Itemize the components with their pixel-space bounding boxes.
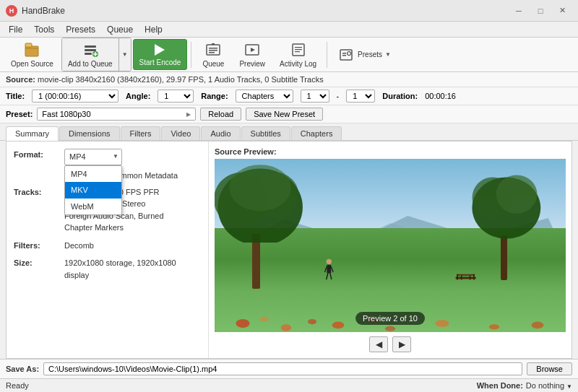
svg-rect-19 — [342, 55, 346, 56]
presets-label: Presets — [358, 51, 382, 58]
tab-subtitles[interactable]: Subtitles — [241, 126, 290, 140]
tab-video[interactable]: Video — [161, 126, 200, 140]
svg-line-41 — [329, 273, 331, 279]
bench-svg — [443, 273, 488, 285]
svg-rect-9 — [209, 52, 215, 53]
range-label: Range: — [201, 92, 228, 100]
save-path-input[interactable] — [43, 362, 522, 375]
svg-point-44 — [332, 322, 345, 329]
range-to-select[interactable]: 1 — [346, 90, 375, 103]
track-4: Chapter Markers — [64, 222, 201, 234]
tracks-label: Tracks: — [14, 186, 64, 196]
when-done-label: When Done: — [477, 381, 523, 390]
format-select-box[interactable]: MP4 — [64, 149, 122, 165]
add-to-queue-icon — [82, 41, 99, 58]
close-button[interactable]: ✕ — [552, 4, 572, 18]
maximize-button[interactable]: □ — [530, 4, 551, 18]
tab-dimensions[interactable]: Dimensions — [59, 126, 119, 140]
range-from-select[interactable]: 1 — [301, 90, 329, 103]
when-done-select[interactable]: Do nothing — [526, 381, 572, 390]
range-type-select[interactable]: Chapters — [236, 90, 293, 103]
open-source-icon — [23, 41, 40, 58]
tab-filters[interactable]: Filters — [121, 126, 161, 140]
format-dropdown: MP4 MP4 MKV WebM — [64, 149, 122, 165]
svg-rect-34 — [461, 276, 462, 280]
svg-rect-1 — [25, 43, 32, 47]
svg-rect-33 — [473, 274, 475, 280]
title-select[interactable]: 1 (00:00:16) — [32, 90, 118, 103]
content-panel: Format: MP4 MP4 MKV WebM — [6, 141, 572, 359]
preview-next-button[interactable]: ▶ — [392, 336, 411, 352]
menu-presets[interactable]: Presets — [60, 22, 101, 37]
tab-summary[interactable]: Summary — [6, 126, 59, 141]
format-option-mkv[interactable]: MKV — [65, 182, 121, 199]
size-label: Size: — [14, 257, 64, 267]
angle-select[interactable]: 1 — [158, 90, 194, 103]
preview-panel: Source Preview: — [209, 141, 571, 358]
toolbar-sep-2 — [327, 42, 327, 68]
queue-icon — [204, 41, 222, 58]
when-done-group: When Done: Do nothing — [477, 381, 572, 390]
status-bar: Ready When Done: Do nothing — [0, 378, 578, 392]
svg-rect-32 — [457, 274, 458, 280]
filters-row: Filters: Decomb — [14, 240, 201, 252]
svg-rect-4 — [85, 53, 92, 55]
menu-tools[interactable]: Tools — [28, 22, 60, 37]
activity-log-icon — [290, 41, 307, 58]
minimize-button[interactable]: ─ — [509, 4, 529, 18]
queue-button[interactable]: Queue — [195, 38, 231, 71]
toolbar-sep-1 — [191, 42, 191, 68]
tab-audio[interactable]: Audio — [201, 126, 240, 140]
preset-label: Preset: — [6, 110, 33, 118]
menu-help[interactable]: Help — [139, 22, 168, 37]
add-to-queue-arrow-button[interactable]: ▼ — [118, 38, 131, 71]
title-text: HandBrake — [22, 6, 65, 16]
summary-panel: Format: MP4 MP4 MKV WebM — [7, 141, 209, 358]
preview-button[interactable]: Preview — [233, 38, 272, 71]
source-label: Source: — [6, 75, 35, 84]
person-svg — [324, 258, 335, 280]
tree-foliage-right-svg — [465, 162, 548, 240]
svg-rect-16 — [295, 51, 300, 52]
save-as-label: Save As: — [6, 365, 39, 373]
filters-value: Decomb — [64, 240, 201, 252]
svg-point-50 — [308, 319, 316, 324]
format-value: MP4 MP4 MKV WebM — [64, 149, 201, 165]
format-option-mp4[interactable]: MP4 — [65, 166, 121, 183]
format-label: Format: — [14, 149, 64, 159]
tabs-bar: Summary Dimensions Filters Video Audio S… — [0, 123, 578, 141]
menu-queue[interactable]: Queue — [101, 22, 139, 37]
duration-value: 00:00:16 — [425, 92, 456, 100]
svg-rect-8 — [209, 50, 217, 51]
activity-log-button[interactable]: Activity Log — [273, 38, 323, 71]
svg-rect-35 — [470, 276, 471, 280]
save-bar: Save As: Browse — [0, 359, 578, 378]
browse-button[interactable]: Browse — [527, 362, 572, 375]
svg-point-47 — [489, 324, 499, 329]
tree-foliage-left-svg — [215, 164, 306, 243]
svg-rect-3 — [85, 49, 96, 51]
tree-trunk-right — [501, 235, 507, 280]
dropdown-arrow-icon: ▼ — [122, 51, 128, 58]
svg-point-48 — [532, 322, 544, 329]
start-encode-button[interactable]: Start Encode — [133, 39, 188, 70]
format-dropdown-menu: MP4 MKV WebM — [64, 165, 122, 216]
source-info-bar: Source: movie-clip 3840x2160 (3840x2160)… — [0, 72, 578, 87]
menu-file[interactable]: File — [3, 22, 28, 37]
person — [324, 258, 335, 280]
presets-button[interactable]: Presets ▼ — [331, 43, 397, 67]
app-window: H HandBrake ─ □ ✕ File Tools Presets Que… — [0, 0, 578, 392]
preset-field[interactable]: Fast 1080p30 ▶ — [37, 108, 196, 121]
add-to-queue-button[interactable]: Add to Queue — [62, 38, 118, 71]
reload-button[interactable]: Reload — [200, 108, 241, 121]
title-label: Title: — [6, 92, 25, 100]
tabs-content-area: Summary Dimensions Filters Video Audio S… — [0, 123, 578, 359]
format-option-webm[interactable]: WebM — [65, 199, 121, 215]
preview-scene — [215, 159, 566, 332]
preview-prev-button[interactable]: ◀ — [369, 336, 388, 352]
save-new-preset-button[interactable]: Save New Preset — [246, 108, 323, 121]
open-source-button[interactable]: Open Source — [4, 38, 60, 71]
size-value: 1920x1080 storage, 1920x1080 display — [64, 257, 201, 281]
open-source-label: Open Source — [11, 60, 53, 68]
tab-chapters[interactable]: Chapters — [291, 126, 342, 140]
